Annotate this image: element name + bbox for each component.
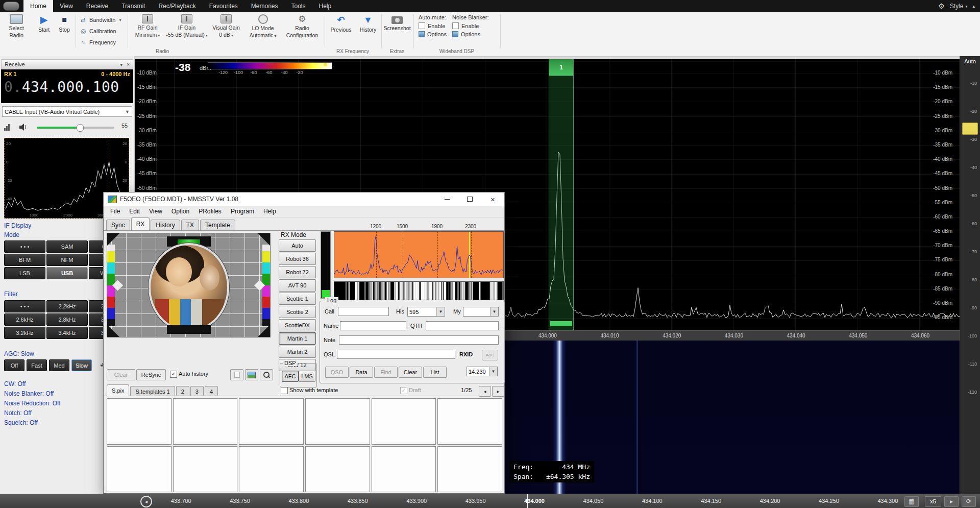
radio-configuration-button[interactable]: ⚙ Radio Configuration	[282, 14, 323, 38]
history-circle-icon[interactable]: ◂	[140, 496, 152, 507]
ribbon-tab[interactable]: Tools	[285, 0, 312, 12]
filter-button[interactable]: 2.8kHz	[46, 313, 88, 326]
ribbon-tab[interactable]: Rec/Playback	[152, 0, 202, 12]
thumbnail[interactable]	[372, 398, 436, 445]
copy-button[interactable]	[230, 369, 243, 380]
thumbnail[interactable]	[239, 446, 304, 493]
status-item[interactable]: CW: Off	[4, 380, 61, 390]
menu-item[interactable]: View	[144, 208, 167, 215]
mmsstv-tab[interactable]: RX	[131, 217, 150, 230]
app-logo-icon[interactable]	[3, 2, 19, 11]
speaker-icon[interactable]	[18, 123, 28, 131]
log-button[interactable]: Find	[374, 367, 398, 378]
mmsstv-tab[interactable]: TX	[181, 220, 199, 230]
template-tab[interactable]: 3	[190, 386, 204, 396]
stop-button[interactable]: ■ Stop	[55, 14, 74, 33]
ribbon-tab[interactable]: Favourites	[203, 0, 244, 12]
menu-item[interactable]: Help	[259, 208, 281, 215]
template-tab[interactable]: S.templates 1	[130, 386, 175, 396]
thumbnail[interactable]	[107, 446, 172, 493]
rx-mode-button[interactable]: Scottie 2	[279, 306, 316, 318]
rxid-button[interactable]: ABC	[482, 350, 498, 360]
maximize-button[interactable]	[458, 192, 481, 206]
lo-mode-button[interactable]: LO Mode Automatic▾	[245, 14, 281, 39]
template-tab[interactable]: 4	[205, 386, 218, 396]
status-item[interactable]: Noise Reduction: Off	[4, 400, 61, 409]
picture-button[interactable]	[245, 369, 258, 380]
volume-slider-handle[interactable]	[77, 124, 84, 132]
chevron-down-icon[interactable]: ▾	[120, 62, 122, 67]
frequency-display[interactable]: RX 1 0 - 4000 Hz 0.434.000.100	[1, 69, 133, 103]
status-item[interactable]: Noise Blanker: Off	[4, 390, 61, 400]
band-navigator[interactable]: ◂ 433.700433.750433.800433.850433.900433…	[0, 494, 980, 508]
lms-button[interactable]: LMS	[299, 371, 315, 382]
minimize-button[interactable]	[435, 192, 458, 206]
afc-button[interactable]: AFC	[282, 371, 299, 382]
grid-icon[interactable]: ▦	[904, 496, 919, 507]
filter-button[interactable]: 3.2kHz	[4, 327, 45, 339]
visual-gain-button[interactable]: Visual Gain 0 dB▾	[207, 14, 245, 39]
auto-button[interactable]: Auto	[960, 58, 980, 64]
thumbnail[interactable]	[305, 398, 370, 445]
rx-mode-button[interactable]: Robot 36	[279, 253, 316, 265]
mode-button[interactable]: SAM	[46, 240, 88, 253]
rx-mode-button[interactable]: Martin 2	[279, 346, 316, 358]
rx-mode-button[interactable]: Scottie 1	[279, 293, 316, 305]
ribbon-tab[interactable]: Transmit	[115, 0, 152, 12]
window-titlebar[interactable]: F5OEO (F5OEO.MDT) - MMSSTV Ver 1.08 ×	[104, 192, 504, 206]
screenshot-button[interactable]: Screenshot	[382, 14, 412, 31]
menu-item[interactable]: Option	[167, 208, 194, 215]
start-button[interactable]: ▶ Start	[34, 14, 54, 33]
thumbnail[interactable]	[107, 398, 172, 445]
arrow-right-icon[interactable]: ▸	[944, 496, 959, 507]
template-tab[interactable]: 2	[176, 386, 189, 396]
ribbon-tab[interactable]: Home	[23, 0, 53, 12]
agc-label[interactable]: AGC: Slow	[4, 350, 34, 357]
thumbnail[interactable]	[437, 446, 502, 493]
thumbnail[interactable]	[239, 398, 304, 445]
calibration-button[interactable]: ◎Calibration	[80, 28, 116, 35]
close-icon[interactable]: ×	[127, 62, 130, 67]
filter-button[interactable]: 3.4kHz	[46, 327, 88, 339]
select-radio-button[interactable]: Select Radio	[3, 14, 30, 38]
agc-button[interactable]: Med	[49, 359, 69, 371]
his-rst-combo[interactable]: 595▼	[407, 307, 445, 317]
thumbnail[interactable]	[173, 446, 238, 493]
rx-mode-button[interactable]: ScottieDX	[279, 319, 316, 331]
status-item[interactable]: Squelch: Off	[4, 419, 61, 429]
close-button[interactable]: ×	[481, 192, 504, 206]
status-item[interactable]: Notch: Off	[4, 409, 61, 419]
note-input[interactable]	[339, 335, 499, 345]
rx-mode-button[interactable]: AVT 90	[279, 279, 316, 292]
draft-checkbox[interactable]: ✓	[400, 387, 407, 394]
resync-button[interactable]: ReSync	[136, 369, 166, 380]
auto-history-checkbox[interactable]: ✓	[170, 371, 177, 378]
qsl-input[interactable]	[337, 350, 455, 359]
ribbon-tab[interactable]: View	[53, 0, 80, 12]
previous-frequency-button[interactable]: ↶ Previous	[328, 14, 354, 33]
if-gain-button[interactable]: IF Gain -55 dB (Manual)▾	[166, 14, 207, 39]
menu-item[interactable]: Edit	[125, 208, 144, 215]
gear-icon[interactable]: ⚙	[938, 2, 945, 10]
level-bars-icon[interactable]	[4, 124, 10, 131]
qth-input[interactable]	[426, 321, 499, 330]
rx-mode-button[interactable]: Auto	[279, 239, 316, 252]
agc-button[interactable]: Fast	[27, 359, 47, 371]
level-scale-handle[interactable]	[962, 123, 978, 135]
mode-button[interactable]: BFM	[4, 254, 45, 266]
audio-input-select[interactable]: CABLE Input (VB-Audio Virtual Cable) ▼	[2, 106, 132, 117]
log-button[interactable]: QSO	[325, 367, 349, 378]
chevron-right-icon[interactable]: ▸	[492, 386, 504, 397]
channel-band[interactable]: 1	[549, 59, 574, 330]
chevron-left-icon[interactable]: ◂	[479, 386, 491, 397]
show-with-template-checkbox[interactable]	[281, 387, 288, 394]
mode-button[interactable]: LSB	[4, 267, 45, 279]
channel-marker[interactable]: 1	[549, 59, 573, 76]
ribbon-tab[interactable]: Receive	[80, 0, 115, 12]
mmsstv-tab[interactable]: Template	[200, 220, 235, 230]
menu-item[interactable]: Program	[226, 208, 259, 215]
thumbnail[interactable]	[173, 398, 238, 445]
mode-button[interactable]: NFM	[46, 254, 88, 266]
log-button[interactable]: List	[423, 367, 447, 378]
magnifier-button[interactable]	[260, 369, 273, 380]
